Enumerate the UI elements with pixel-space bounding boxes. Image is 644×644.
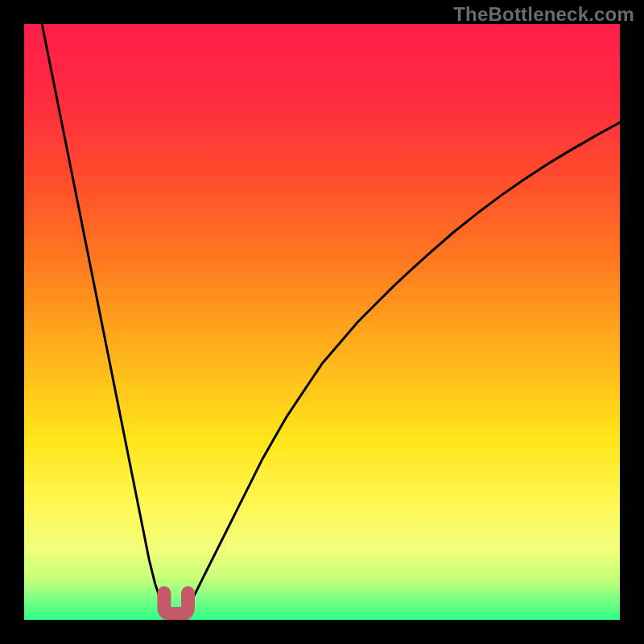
chart-plot-area <box>24 24 620 620</box>
chart-frame: TheBottleneck.com <box>0 0 644 644</box>
gradient-background <box>24 24 620 620</box>
watermark-text: TheBottleneck.com <box>453 3 634 26</box>
chart-svg <box>24 24 620 620</box>
